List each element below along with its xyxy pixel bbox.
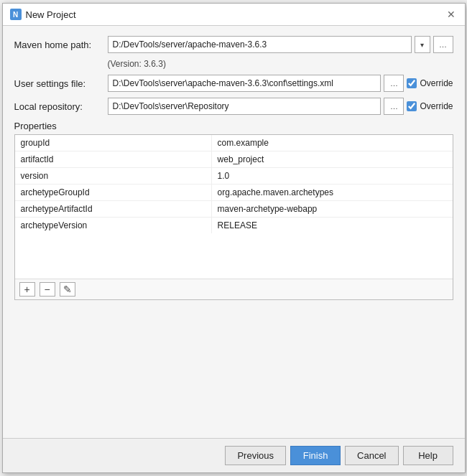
- prop-key: groupId: [15, 135, 212, 151]
- table-row[interactable]: archetypeGroupId org.apache.maven.archet…: [15, 185, 453, 201]
- local-repo-override-label: Override: [407, 101, 453, 111]
- prop-value: com.example: [212, 135, 453, 151]
- local-repo-override-text: Override: [420, 101, 453, 111]
- table-row[interactable]: archetypeArtifactId maven-archetype-weba…: [15, 201, 453, 218]
- prop-value: org.apache.maven.archetypes: [212, 185, 453, 200]
- properties-body: groupId com.example artifactId web_proje…: [15, 135, 453, 279]
- user-settings-browse-button[interactable]: …: [384, 75, 404, 92]
- properties-table: groupId com.example artifactId web_proje…: [14, 134, 453, 300]
- maven-version-note: (Version: 3.6.3): [108, 59, 453, 69]
- remove-property-button[interactable]: −: [40, 282, 55, 297]
- prop-key: version: [15, 168, 212, 184]
- window-icon: N: [10, 9, 22, 20]
- prop-value: web_project: [212, 151, 453, 167]
- maven-home-input[interactable]: [108, 36, 412, 53]
- prop-value: RELEASE: [212, 218, 453, 233]
- properties-toolbar: + − ✎: [15, 279, 453, 299]
- edit-property-button[interactable]: ✎: [60, 282, 75, 297]
- maven-home-dropdown-button[interactable]: ▾: [415, 36, 430, 53]
- local-repo-browse-button[interactable]: …: [384, 98, 404, 115]
- local-repo-label: Local repository:: [14, 101, 108, 112]
- maven-home-label: Maven home path:: [14, 39, 108, 50]
- maven-home-control-group: ▾ …: [108, 36, 453, 53]
- prop-key: archetypeGroupId: [15, 185, 212, 200]
- title-bar-left: N New Project: [10, 9, 76, 20]
- user-settings-override-checkbox[interactable]: [407, 78, 417, 88]
- local-repo-control-group: … Override: [108, 98, 453, 115]
- maven-home-row: Maven home path: ▾ …: [14, 36, 453, 53]
- prop-key: archetypeVersion: [15, 218, 212, 233]
- previous-button[interactable]: Previous: [225, 446, 286, 465]
- cancel-button[interactable]: Cancel: [345, 446, 398, 465]
- local-repo-row: Local repository: … Override: [14, 98, 453, 115]
- new-project-window: N New Project ✕ Maven home path: ▾ … (Ve…: [2, 3, 466, 473]
- window-title: New Project: [26, 9, 76, 20]
- properties-section-label: Properties: [14, 121, 453, 131]
- user-settings-control-group: … Override: [108, 75, 453, 92]
- local-repo-override-checkbox[interactable]: [407, 101, 417, 111]
- content-area: Maven home path: ▾ … (Version: 3.6.3) Us…: [3, 26, 465, 438]
- user-settings-row: User settings file: … Override: [14, 75, 453, 92]
- add-property-button[interactable]: +: [19, 282, 35, 297]
- maven-home-browse-button[interactable]: …: [433, 36, 453, 53]
- help-button[interactable]: Help: [403, 446, 453, 465]
- table-row[interactable]: groupId com.example: [15, 135, 453, 151]
- user-settings-input[interactable]: [108, 75, 382, 92]
- prop-value: maven-archetype-webapp: [212, 201, 453, 217]
- user-settings-override-text: Override: [420, 78, 453, 88]
- finish-button[interactable]: Finish: [290, 446, 341, 465]
- title-bar: N New Project ✕: [3, 4, 465, 26]
- table-row[interactable]: archetypeVersion RELEASE: [15, 218, 453, 233]
- prop-key: artifactId: [15, 151, 212, 167]
- window-icon-label: N: [13, 11, 18, 19]
- table-row[interactable]: artifactId web_project: [15, 151, 453, 168]
- user-settings-label: User settings file:: [14, 78, 108, 89]
- prop-key: archetypeArtifactId: [15, 201, 212, 217]
- close-button[interactable]: ✕: [445, 8, 458, 21]
- local-repo-input[interactable]: [108, 98, 382, 115]
- prop-value: 1.0: [212, 168, 453, 184]
- dialog-footer: Previous Finish Cancel Help: [3, 438, 465, 472]
- user-settings-override-label: Override: [407, 78, 453, 88]
- table-row[interactable]: version 1.0: [15, 168, 453, 185]
